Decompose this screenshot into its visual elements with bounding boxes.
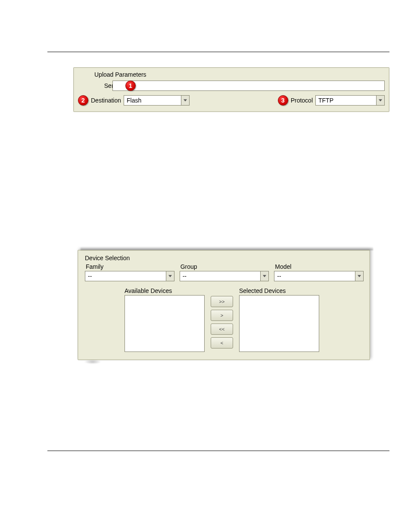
family-label: Family (85, 263, 174, 270)
selected-listbox[interactable] (239, 295, 319, 352)
upload-parameters-title: Upload Parameters (94, 71, 383, 78)
svg-marker-3 (263, 275, 266, 277)
protocol-combo[interactable]: TFTP (315, 95, 385, 106)
model-combo[interactable]: -- (274, 271, 364, 281)
available-label: Available Devices (125, 287, 205, 294)
destination-value: Flash (124, 96, 181, 105)
filters-row: Family -- Group -- Model (85, 263, 363, 281)
callout-1-icon: 1 (125, 81, 136, 91)
family-value: -- (85, 271, 166, 281)
group-label: Group (180, 263, 268, 270)
move-one-left-button[interactable]: < (211, 337, 233, 348)
device-selection-title: Device Selection (85, 255, 363, 261)
selected-label: Selected Devices (239, 287, 319, 294)
protocol-value: TFTP (316, 96, 376, 105)
chevron-down-icon (355, 271, 363, 281)
model-label: Model (274, 263, 363, 270)
destination-label: Destination (91, 97, 121, 104)
panel-shadow-bottom (84, 360, 101, 364)
available-listbox[interactable] (125, 295, 205, 352)
chevron-down-icon (260, 271, 268, 281)
server-row: Server 1 (78, 81, 385, 91)
svg-marker-0 (184, 100, 187, 102)
svg-marker-2 (168, 275, 172, 277)
protocol-label: Protocol (291, 97, 313, 104)
device-selection-panel: Device Selection Family -- Group -- (78, 250, 370, 360)
bottom-rule (47, 451, 389, 451)
dest-protocol-row: 2 Destination Flash 3 Protocol TFTP (78, 95, 385, 106)
callout-2-icon: 2 (78, 95, 88, 106)
chevron-down-icon (166, 271, 174, 281)
callout-3-icon: 3 (278, 95, 288, 106)
move-all-right-button[interactable]: >> (211, 296, 233, 307)
top-rule (47, 52, 389, 52)
panel-shadow (81, 247, 373, 250)
svg-marker-1 (379, 100, 382, 102)
chevron-down-icon (181, 96, 189, 105)
model-value: -- (274, 271, 355, 281)
group-value: -- (180, 271, 261, 281)
svg-marker-4 (358, 275, 361, 277)
family-combo[interactable]: -- (85, 271, 174, 281)
chevron-down-icon (376, 96, 384, 105)
server-input[interactable] (112, 81, 385, 91)
dual-list: Available Devices >> > << < Selected Dev… (85, 287, 363, 352)
destination-combo[interactable]: Flash (124, 95, 190, 106)
transfer-buttons: >> > << < (211, 296, 233, 348)
group-combo[interactable]: -- (180, 271, 269, 281)
upload-parameters-panel: Upload Parameters Server 1 2 Destination… (73, 67, 389, 112)
move-one-right-button[interactable]: > (211, 310, 233, 321)
move-all-left-button[interactable]: << (211, 324, 233, 335)
